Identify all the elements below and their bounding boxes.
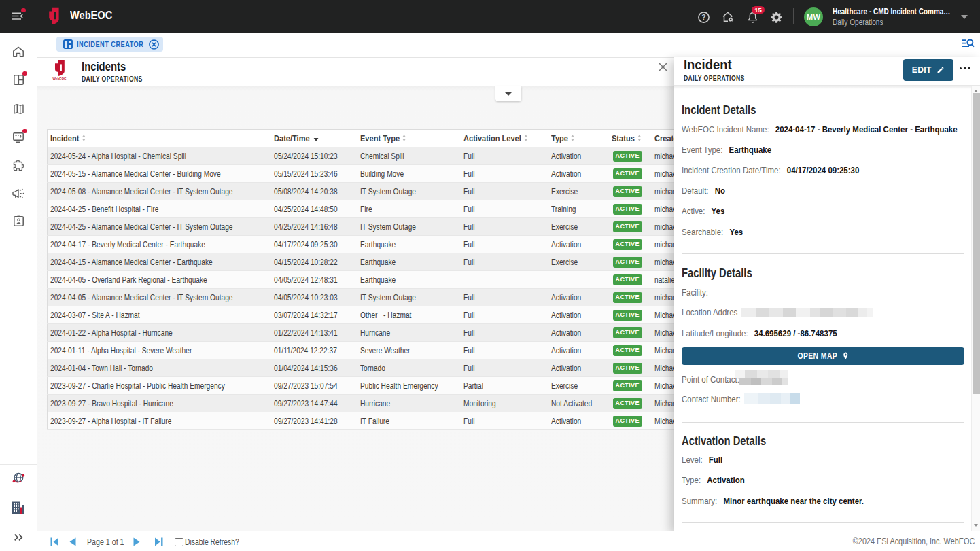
svg-text:?: ? bbox=[701, 13, 705, 21]
